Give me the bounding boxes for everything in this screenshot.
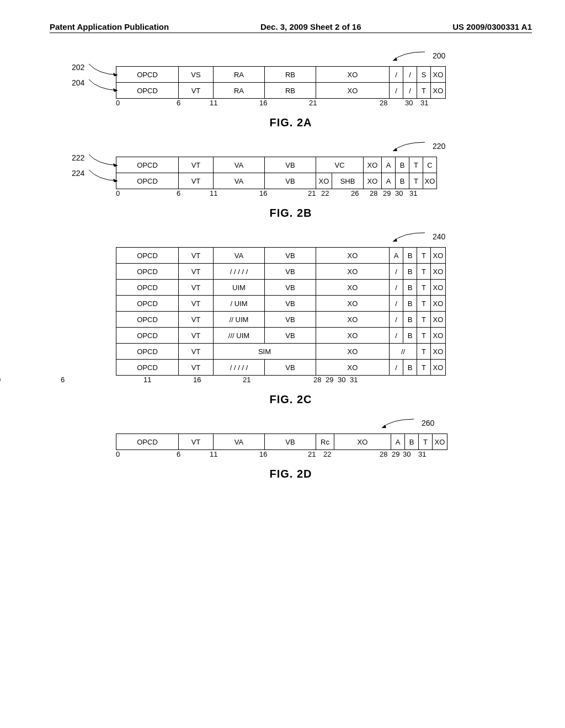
ref-240-label: 240: [433, 232, 445, 241]
ref-204: 204: [72, 78, 120, 92]
figure-2d: 260 OPCD VT VA VB Rc XO A B T XO 0 6 11 …: [50, 433, 532, 480]
fig2d-bits: 0 6 11 16 21 22 28 29 30 31: [116, 450, 436, 460]
fig2c-row5: OPCDVT// UIMVBXO/BTXO: [116, 312, 446, 328]
figure-2b: 220 222 224 OPCD VT VA VB VC XO A B T C: [50, 157, 532, 220]
ref-222: 222: [72, 153, 120, 167]
svg-marker-4: [113, 163, 118, 167]
ref-200: 200: [392, 51, 445, 63]
svg-marker-1: [113, 73, 118, 76]
ref-260-label: 260: [422, 419, 434, 427]
svg-marker-2: [113, 88, 118, 92]
ref-220-label: 220: [433, 142, 445, 151]
header-left: Patent Application Publication: [50, 22, 169, 31]
figure-2a: 200 202 204 OPCD VS RA RB XO / / S XO OP…: [50, 66, 532, 129]
fig2b-bits: 0 6 11 16 21 22 26 28 29 30 31: [116, 189, 436, 199]
fig2a-bits: 0 6 11 16 21 28 30 31: [116, 99, 436, 109]
ref-200-label: 200: [433, 51, 445, 60]
fig2c-row6: OPCDVT/// UIMVBXO/BTXO: [116, 328, 446, 344]
fig2d-row1: OPCD VT VA VB Rc XO A B T XO: [116, 434, 447, 450]
header-center: Dec. 3, 2009 Sheet 2 of 16: [260, 22, 361, 31]
fig2c-row2: OPCDVT/ / / / /VBXO/BTXO: [116, 264, 446, 280]
fig2c-row7: OPCDVTSIMXO//TXO: [116, 344, 446, 360]
fig2d-table: OPCD VT VA VB Rc XO A B T XO: [116, 433, 447, 450]
fig2a-row2: OPCD VT RA RB XO / / T XO: [116, 83, 446, 99]
fig2a-row1: OPCD VS RA RB XO / / S XO: [116, 67, 446, 83]
fig2c-bits: 0 6 11 16 21 28 29 30 31: [50, 376, 370, 386]
svg-marker-5: [113, 179, 118, 182]
fig2b-row2: OPCD VT VA VB XO SHB XO A B T XO: [116, 173, 437, 189]
fig2b-row1: OPCD VT VA VB VC XO A B T C: [116, 157, 437, 173]
figure-2c: 240 OPCDVTVAVBXOABTXO OPCDVT/ / / / /VBX…: [50, 247, 532, 406]
fig2c-table: OPCDVTVAVBXOABTXO OPCDVT/ / / / /VBXO/BT…: [116, 247, 446, 376]
ref-240: 240: [392, 232, 445, 244]
ref-260: 260: [381, 418, 434, 431]
fig2d-caption: FIG. 2D: [50, 468, 532, 480]
ref-224: 224: [72, 169, 120, 182]
fig2c-row3: OPCDVTUIMVBXO/BTXO: [116, 280, 446, 296]
fig2c-row8: OPCDVT/ / / / /VBXO/BTXO: [116, 360, 446, 376]
fig2a-table: OPCD VS RA RB XO / / S XO OPCD VT RA RB …: [116, 66, 446, 99]
ref-220: 220: [392, 141, 445, 154]
fig2c-row4: OPCDVT/ UIMVBXO/BTXO: [116, 296, 446, 312]
page-header: Patent Application Publication Dec. 3, 2…: [50, 22, 532, 33]
fig2c-caption: FIG. 2C: [50, 393, 532, 406]
header-right: US 2009/0300331 A1: [452, 22, 532, 31]
fig2b-caption: FIG. 2B: [50, 207, 532, 220]
fig2c-row1: OPCDVTVAVBXOABTXO: [116, 248, 446, 264]
fig2a-caption: FIG. 2A: [50, 116, 532, 129]
fig2b-table: OPCD VT VA VB VC XO A B T C OPCD VT VA V…: [116, 157, 437, 189]
ref-202: 202: [72, 63, 120, 76]
